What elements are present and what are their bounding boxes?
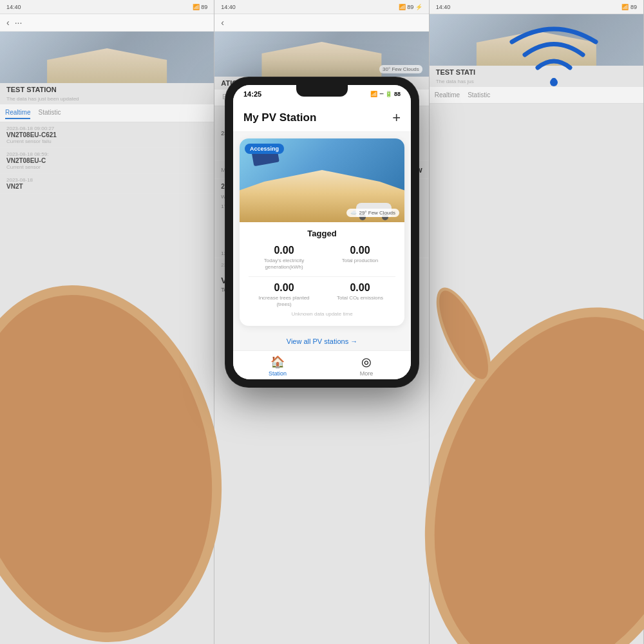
- stat-total-prod-label: Total production: [325, 258, 395, 264]
- stat-co2-label: Total CO₂ emissions: [325, 295, 395, 301]
- bottom-nav: 🏠 Station ◎ More: [233, 350, 411, 379]
- bg-left-row3: 2023-08-18 VN2T: [0, 174, 214, 194]
- phone-screen: 14:25 📶 ᐧᐧᐧ 🔋 88 My PV Station +: [233, 85, 411, 379]
- bg-right-nav-statistic: Statistic: [468, 90, 490, 100]
- stat-trees: 0.00 Increase trees planted(trees): [249, 282, 319, 308]
- stat-co2-value: 0.00: [325, 282, 395, 294]
- nav-more[interactable]: ◎ More: [322, 355, 411, 377]
- bg-left-row2-sub: Current sensor: [6, 164, 207, 170]
- bg-left-row2-time: 2023-08-18 08:59:: [6, 151, 207, 157]
- bg-left-status: 14:40 📶 89: [0, 0, 214, 14]
- app-header: My PV Station +: [233, 103, 411, 132]
- nav-more-icon: ◎: [361, 355, 372, 369]
- stat-total-prod: 0.00 Total production: [325, 245, 395, 271]
- bg-left-row1-sub: Current sensor failu: [6, 138, 207, 144]
- weather-badge: ☁️ 29° Few Clouds: [346, 209, 399, 217]
- nav-more-label: More: [360, 370, 374, 377]
- svg-point-0: [550, 79, 558, 86]
- bg-left-row1-id: VN2T08EU-C621: [6, 131, 207, 138]
- bg-mid-icons: 📶 89 ⚡: [399, 4, 422, 10]
- nav-station-label: Station: [269, 370, 287, 377]
- bg-left-nav-statistic: Statistic: [38, 107, 61, 119]
- stat-trees-label: Increase trees planted(trees): [249, 295, 319, 308]
- bg-left-row3-id: VN2T: [6, 183, 207, 190]
- stat-today-gen: 0.00 Today's electricitygeneration(kWh): [249, 245, 319, 271]
- add-station-button[interactable]: +: [392, 109, 401, 126]
- card-image: Accessing ☁️ 29° Few Clouds: [240, 138, 404, 222]
- phone-notch: [296, 85, 348, 97]
- bg-left-back: ‹: [6, 17, 10, 28]
- phone-container: 14:25 📶 ᐧᐧᐧ 🔋 88 My PV Station +: [225, 77, 419, 387]
- bg-right-icons: 📶 89: [621, 4, 637, 10]
- nav-station[interactable]: 🏠 Station: [233, 355, 322, 377]
- bg-left-row2: 2023-08-18 08:59: VN2T08EU-C Current sen…: [0, 148, 214, 174]
- battery-value: 88: [394, 91, 401, 97]
- bg-left-icons: 📶 89: [193, 4, 208, 10]
- bg-mid-weather: 30° Few Clouds: [383, 66, 419, 72]
- stat-today-gen-label: Today's electricitygeneration(kWh): [249, 258, 319, 271]
- bg-left-nav-realtime: Realtime: [5, 107, 30, 119]
- bg-left-row1: 2023-08-18 09:00:27 VN2T08EU-C621 Curren…: [0, 122, 214, 148]
- bg-right-time: 14:40: [436, 4, 451, 10]
- stat-total-prod-value: 0.00: [325, 245, 395, 256]
- app-title: My PV Station: [243, 111, 316, 124]
- battery-status: 🔋: [385, 91, 392, 97]
- bg-left-nav: Realtime Statistic: [0, 104, 214, 122]
- station-card: Accessing ☁️ 29° Few Clouds Tagged 0.00 …: [240, 138, 404, 326]
- bg-panel-left: 14:40 📶 89 ‹ ··· TEST STATION The data h…: [0, 0, 214, 644]
- stats-grid-2: 0.00 Increase trees planted(trees) 0.00 …: [249, 282, 395, 308]
- wifi-icon-large: [502, 19, 605, 99]
- weather-text: 29° Few Clouds: [359, 210, 395, 216]
- bg-left-row2-id: VN2T08EU-C: [6, 157, 207, 164]
- update-time: Unknown data update time: [249, 308, 395, 319]
- bg-mid-status: 14:40 📶 89 ⚡: [214, 0, 428, 14]
- view-all-button[interactable]: View all PV stations →: [233, 332, 411, 350]
- bg-left-row1-time: 2023-08-18 09:00:27: [6, 126, 207, 131]
- stats-divider: [249, 276, 395, 277]
- status-icons: 📶 ᐧᐧᐧ 🔋 88: [370, 91, 401, 97]
- station-name: Tagged: [249, 229, 395, 238]
- stat-today-gen-value: 0.00: [249, 245, 319, 256]
- accessing-badge: Accessing: [245, 144, 284, 154]
- bg-mid-time: 14:40: [221, 4, 236, 10]
- nav-station-icon: 🏠: [270, 355, 285, 369]
- stat-trees-value: 0.00: [249, 282, 319, 294]
- bg-right-nav-realtime: Realtime: [435, 90, 460, 100]
- bg-left-title: TEST STATION: [0, 83, 214, 96]
- stat-co2: 0.00 Total CO₂ emissions: [325, 282, 395, 308]
- bg-mid-image: 30° Few Clouds: [214, 32, 428, 77]
- bg-right-status: 14:40 📶 89: [430, 0, 643, 14]
- bg-left-time: 14:40: [6, 4, 21, 10]
- stats-grid: 0.00 Today's electricitygeneration(kWh) …: [249, 245, 395, 271]
- bg-left-dots: ···: [15, 17, 23, 28]
- phone-frame: 14:25 📶 ᐧᐧᐧ 🔋 88 My PV Station +: [225, 77, 419, 387]
- wifi-status-icon: 📶: [370, 91, 377, 97]
- card-body: Tagged 0.00 Today's electricitygeneratio…: [240, 222, 404, 326]
- bg-mid-back: ‹: [221, 17, 224, 28]
- bg-left-subtitle: The data has just been updated: [0, 96, 214, 104]
- phone-time: 14:25: [243, 90, 261, 98]
- signal-status: ᐧᐧᐧ: [379, 91, 383, 97]
- bg-left-row3-time: 2023-08-18: [6, 177, 207, 183]
- weather-icon: ☁️: [350, 210, 357, 216]
- bg-left-image: [0, 32, 214, 83]
